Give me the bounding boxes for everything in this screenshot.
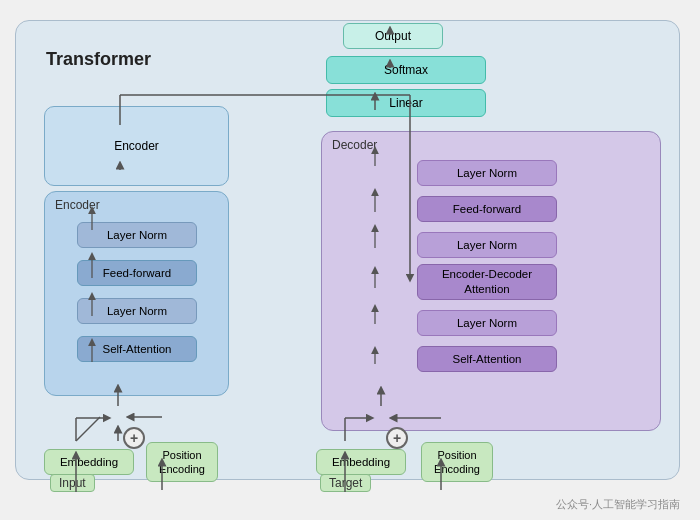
dec-add-circle: + <box>386 427 408 449</box>
encoder-outer-label: Encoder <box>114 139 159 153</box>
enc-feed-forward-block: Feed-forward <box>77 260 197 286</box>
dec-self-attention-block: Self-Attention <box>417 346 557 372</box>
decoder-outer-box: Decoder Layer Norm Feed-forward Layer No… <box>321 131 661 431</box>
linear-block: Linear <box>326 89 486 117</box>
enc-layer-norm-1-block: Layer Norm <box>77 222 197 248</box>
enc-position-encoding-block: Position Encoding <box>146 442 218 482</box>
output-block: Output <box>343 23 443 49</box>
encoder-outer-box: Encoder <box>44 106 229 186</box>
decoder-label: Decoder <box>332 138 377 152</box>
dec-enc-dec-attention-block: Encoder-Decoder Attention <box>417 264 557 300</box>
dec-embedding-block: Embedding <box>316 449 406 475</box>
target-label: Target <box>320 474 371 492</box>
enc-embedding-block: Embedding <box>44 449 134 475</box>
watermark: 公众号·人工智能学习指南 <box>556 497 680 512</box>
enc-layer-norm-2-block: Layer Norm <box>77 298 197 324</box>
input-label: Input <box>50 474 95 492</box>
dec-feed-forward-block: Feed-forward <box>417 196 557 222</box>
softmax-block: Softmax <box>326 56 486 84</box>
enc-self-attention-block: Self-Attention <box>77 336 197 362</box>
dec-layer-norm-1-block: Layer Norm <box>417 160 557 186</box>
dec-layer-norm-2-block: Layer Norm <box>417 232 557 258</box>
enc-add-circle: + <box>123 427 145 449</box>
encoder-inner-label: Encoder <box>55 198 100 212</box>
dec-position-encoding-block: Position Encoding <box>421 442 493 482</box>
dec-layer-norm-3-block: Layer Norm <box>417 310 557 336</box>
main-transformer-box: Transformer Encoder Encoder Layer Norm F… <box>15 20 680 480</box>
encoder-inner-box: Encoder Layer Norm Feed-forward Layer No… <box>44 191 229 396</box>
transformer-label: Transformer <box>46 49 151 70</box>
